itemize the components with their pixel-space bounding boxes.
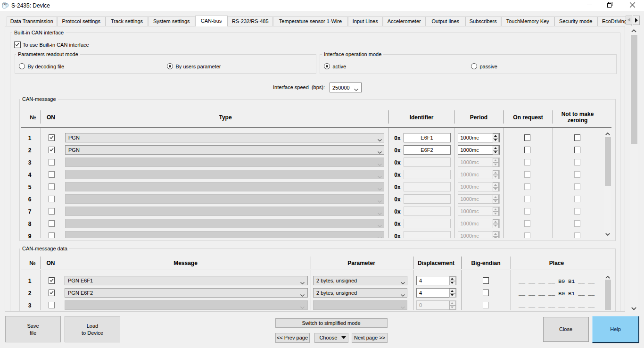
svg-text:CFG: CFG xyxy=(2,3,8,6)
